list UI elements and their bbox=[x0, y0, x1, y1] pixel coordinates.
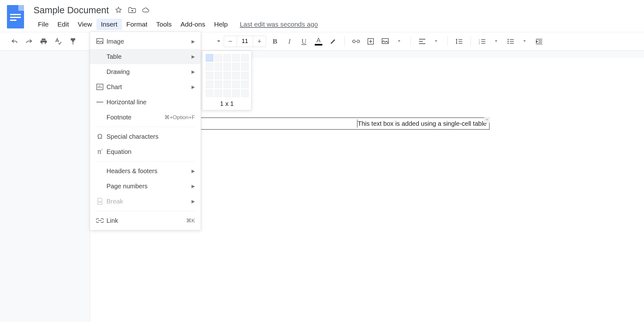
svg-point-6 bbox=[507, 39, 509, 40]
table-grid-cell[interactable] bbox=[232, 72, 240, 79]
font-size-increase-button[interactable]: + bbox=[253, 36, 266, 47]
submenu-arrow-icon: ▶ bbox=[191, 184, 195, 189]
link-icon bbox=[94, 218, 105, 223]
highlight-button[interactable] bbox=[327, 36, 339, 47]
bold-button[interactable]: B bbox=[269, 36, 281, 47]
star-icon[interactable] bbox=[115, 6, 122, 14]
insert-drawing-label: Drawing bbox=[105, 68, 191, 76]
paint-format-button[interactable] bbox=[67, 36, 78, 47]
app-header: Sample Document File Edit View Insert Fo… bbox=[0, 0, 644, 32]
insert-hline-item[interactable]: Horizontal line bbox=[90, 94, 201, 110]
spellcheck-button[interactable] bbox=[52, 36, 64, 47]
cloud-status-icon[interactable] bbox=[142, 7, 150, 13]
insert-special-item[interactable]: Ω Special characters bbox=[90, 129, 201, 144]
docs-logo bbox=[7, 5, 24, 28]
table-grid-cell[interactable] bbox=[241, 89, 249, 97]
table-grid-cell[interactable] bbox=[232, 54, 240, 62]
table-grid-cell[interactable] bbox=[215, 72, 222, 79]
table-grid-cell[interactable] bbox=[223, 81, 231, 88]
menu-addons[interactable]: Add-ons bbox=[176, 19, 210, 30]
menu-view[interactable]: View bbox=[73, 19, 96, 30]
insert-table-item[interactable]: Table ▶ bbox=[90, 49, 201, 64]
menu-help[interactable]: Help bbox=[210, 19, 232, 30]
footnote-shortcut: ⌘+Option+F bbox=[164, 114, 195, 121]
document-title[interactable]: Sample Document bbox=[33, 5, 109, 15]
omega-icon: Ω bbox=[94, 132, 105, 141]
insert-equation-item[interactable]: π² Equation bbox=[90, 144, 201, 159]
submenu-arrow-icon: ▶ bbox=[191, 39, 195, 44]
italic-button[interactable]: I bbox=[284, 36, 295, 47]
svg-text:3: 3 bbox=[479, 43, 480, 44]
table-grid-cell[interactable] bbox=[232, 89, 240, 97]
table-grid-cell[interactable] bbox=[206, 72, 213, 79]
table-grid-cell[interactable] bbox=[215, 89, 222, 97]
insert-link-item[interactable]: Link ⌘K bbox=[90, 213, 201, 228]
move-icon[interactable] bbox=[128, 7, 136, 14]
table-grid-cell[interactable] bbox=[232, 81, 240, 88]
table-grid-cell[interactable] bbox=[206, 63, 213, 70]
insert-footnote-item[interactable]: Footnote ⌘+Option+F bbox=[90, 110, 201, 125]
insert-headers-label: Headers & footers bbox=[105, 167, 191, 175]
insert-break-label: Break bbox=[105, 198, 191, 205]
table-grid-cell[interactable] bbox=[241, 63, 249, 70]
font-size-decrease-button[interactable]: − bbox=[224, 36, 237, 47]
table-grid-cell[interactable] bbox=[223, 72, 231, 79]
print-button[interactable] bbox=[38, 36, 49, 47]
last-edit-link[interactable]: Last edit was seconds ago bbox=[240, 21, 318, 28]
underline-button[interactable]: U bbox=[298, 36, 310, 47]
table-grid-cell[interactable] bbox=[206, 81, 213, 88]
menu-insert[interactable]: Insert bbox=[96, 19, 122, 30]
table-grid-cell[interactable] bbox=[232, 63, 240, 70]
table-grid-cell[interactable] bbox=[241, 81, 249, 88]
menu-edit[interactable]: Edit bbox=[53, 19, 73, 30]
font-family-dropdown[interactable] bbox=[211, 36, 221, 47]
table-size-grid[interactable] bbox=[206, 54, 248, 97]
table-grid-cell[interactable] bbox=[215, 54, 222, 62]
table-grid-cell[interactable] bbox=[215, 81, 222, 88]
table-grid-cell[interactable] bbox=[223, 63, 231, 70]
insert-image-button[interactable] bbox=[380, 36, 391, 47]
insert-chart-item[interactable]: Chart ▶ bbox=[90, 79, 201, 94]
insert-comment-button[interactable] bbox=[365, 36, 376, 47]
redo-button[interactable] bbox=[23, 36, 35, 47]
numbered-list-caret-icon[interactable] bbox=[490, 36, 502, 47]
table-cell-handle-icon[interactable] bbox=[484, 117, 490, 123]
insert-drawing-item[interactable]: Drawing ▶ bbox=[90, 64, 201, 79]
insert-headers-item[interactable]: Headers & footers ▶ bbox=[90, 163, 201, 179]
link-shortcut: ⌘K bbox=[186, 217, 195, 224]
align-caret-icon[interactable] bbox=[430, 36, 442, 47]
insert-hline-label: Horizontal line bbox=[105, 99, 195, 106]
insert-image-caret-icon[interactable] bbox=[393, 36, 405, 47]
insert-special-label: Special characters bbox=[105, 133, 195, 140]
table-grid-cell[interactable] bbox=[223, 89, 231, 97]
numbered-list-button[interactable]: 123 bbox=[477, 36, 488, 47]
insert-link-button[interactable] bbox=[350, 36, 362, 47]
svg-point-7 bbox=[507, 41, 509, 42]
insert-image-item[interactable]: Image ▶ bbox=[90, 34, 201, 49]
decrease-indent-button[interactable] bbox=[533, 36, 545, 47]
bulleted-list-caret-icon[interactable] bbox=[519, 36, 530, 47]
bulleted-list-button[interactable] bbox=[505, 36, 516, 47]
text-color-button[interactable]: A bbox=[313, 36, 324, 47]
table-grid-cell[interactable] bbox=[206, 89, 213, 97]
insert-chart-label: Chart bbox=[105, 83, 191, 91]
submenu-arrow-icon: ▶ bbox=[191, 54, 195, 59]
submenu-arrow-icon: ▶ bbox=[191, 69, 195, 74]
line-spacing-button[interactable] bbox=[453, 36, 465, 47]
break-icon bbox=[94, 198, 105, 205]
undo-button[interactable] bbox=[9, 36, 20, 47]
table-grid-cell[interactable] bbox=[223, 54, 231, 62]
menu-tools[interactable]: Tools bbox=[152, 19, 176, 30]
table-grid-cell[interactable] bbox=[206, 54, 213, 62]
insert-footnote-label: Footnote bbox=[105, 114, 164, 121]
table-grid-cell[interactable] bbox=[241, 54, 249, 62]
table-grid-cell[interactable] bbox=[241, 72, 249, 79]
table-grid-cell[interactable] bbox=[215, 63, 222, 70]
font-size-input[interactable] bbox=[237, 36, 253, 47]
menu-format[interactable]: Format bbox=[122, 19, 152, 30]
svg-rect-11 bbox=[96, 102, 103, 102]
insert-pagenums-item[interactable]: Page numbers ▶ bbox=[90, 179, 201, 194]
menu-file[interactable]: File bbox=[33, 19, 53, 30]
align-button[interactable] bbox=[416, 36, 428, 47]
pi-icon: π² bbox=[94, 148, 105, 155]
